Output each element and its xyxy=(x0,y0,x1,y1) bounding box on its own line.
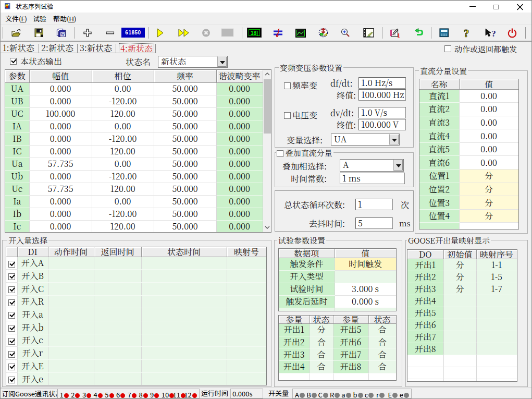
svg-text:?: ? xyxy=(491,29,496,39)
svg-text:?: ? xyxy=(464,28,469,39)
svg-text:1: 1 xyxy=(397,32,400,39)
svg-text:W: W xyxy=(60,32,65,37)
